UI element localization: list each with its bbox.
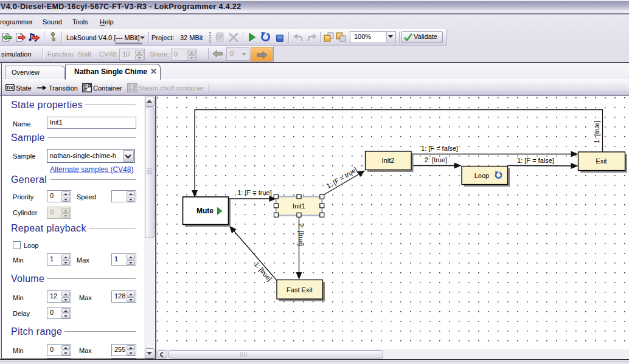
- svg-text:Fast Exit: Fast Exit: [287, 286, 313, 294]
- svg-text:Init2: Init2: [382, 157, 395, 164]
- svg-text:Mute: Mute: [196, 207, 214, 215]
- svg-text:1: [F = true]: 1: [F = true]: [237, 189, 272, 196]
- svg-text:1: [F = false]: 1: [F = false]: [421, 145, 458, 152]
- svg-text:2: [true]: 2: [true]: [425, 156, 447, 163]
- svg-text:1: [F = false]: 1: [F = false]: [517, 157, 554, 164]
- svg-text:Init1: Init1: [293, 202, 305, 210]
- svg-text:DX: DX: [7, 85, 13, 91]
- svg-text:1: [true]: 1: [true]: [593, 120, 600, 143]
- svg-text:Loop: Loop: [474, 172, 489, 179]
- svg-text:2: [true]: 2: [true]: [297, 223, 305, 246]
- svg-text:Exit: Exit: [596, 157, 606, 165]
